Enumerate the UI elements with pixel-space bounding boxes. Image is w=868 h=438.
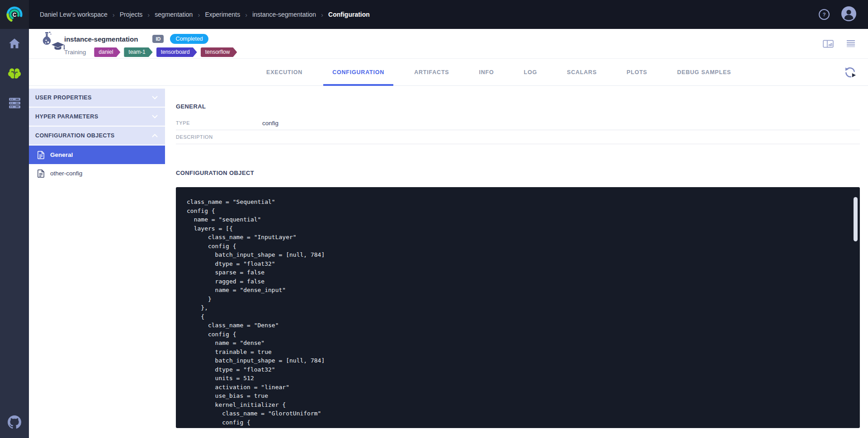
tab-scalars[interactable]: SCALARS bbox=[558, 59, 606, 86]
auto-refresh-icon[interactable] bbox=[844, 66, 856, 80]
tab-debug-samples[interactable]: DEBUG SAMPLES bbox=[668, 59, 740, 86]
experiment-title: instance-segmentation bbox=[64, 35, 138, 43]
tab-artifacts[interactable]: ARTIFACTS bbox=[405, 59, 458, 86]
breadcrumb-separator: › bbox=[198, 11, 200, 19]
configuration-object-code: class_name = "Sequential" config { name … bbox=[176, 187, 860, 428]
tab-execution[interactable]: EXECUTION bbox=[257, 59, 311, 86]
status-badge: Completed bbox=[170, 34, 208, 44]
projects-brain-icon[interactable] bbox=[8, 67, 21, 80]
id-badge[interactable]: ID bbox=[152, 35, 164, 43]
breadcrumb-experiments[interactable]: Experiments bbox=[205, 11, 240, 18]
details-panel-toggle-icon[interactable] bbox=[823, 40, 834, 50]
experiment-tab-bar: EXECUTION CONFIGURATION ARTIFACTS INFO L… bbox=[29, 59, 868, 86]
tag-tensorflow[interactable]: tensorflow bbox=[201, 47, 237, 57]
tabs: EXECUTION CONFIGURATION ARTIFACTS INFO L… bbox=[257, 59, 740, 86]
description-label: DESCRIPTION bbox=[176, 134, 262, 140]
configuration-main-content: GENERAL TYPE config DESCRIPTION CONFIGUR… bbox=[165, 86, 868, 438]
svg-text:?: ? bbox=[823, 12, 826, 17]
tab-configuration[interactable]: CONFIGURATION bbox=[323, 59, 393, 86]
breadcrumb-current-page: Configuration bbox=[328, 11, 370, 18]
breadcrumb: Daniel Lew's workspace › Projects › segm… bbox=[40, 11, 370, 19]
general-section-heading: GENERAL bbox=[176, 103, 860, 110]
tab-log[interactable]: LOG bbox=[515, 59, 546, 86]
user-avatar-icon bbox=[841, 6, 856, 21]
breadcrumb-separator: › bbox=[113, 11, 115, 19]
clearml-logo-icon: C bbox=[5, 5, 24, 24]
divider bbox=[176, 144, 860, 144]
breadcrumb-separator: › bbox=[147, 11, 150, 19]
experiment-type-label: Training bbox=[64, 49, 86, 56]
training-experiment-icon bbox=[40, 31, 65, 57]
avatar[interactable] bbox=[841, 6, 856, 23]
breadcrumb-projects[interactable]: Projects bbox=[120, 11, 143, 18]
document-icon bbox=[38, 170, 44, 178]
description-row: DESCRIPTION bbox=[176, 130, 860, 144]
chevron-up-icon bbox=[152, 132, 158, 139]
topbar-actions: ? bbox=[819, 6, 856, 23]
breadcrumb-project[interactable]: segmentation bbox=[155, 11, 193, 18]
split-panel-glyph bbox=[823, 40, 834, 48]
configuration-object-viewer: class_name = "Sequential" config { name … bbox=[176, 187, 860, 428]
header-action-icons bbox=[823, 40, 855, 50]
config-object-item-label: General bbox=[50, 151, 73, 158]
top-bar: C Daniel Lew's workspace › Projects › se… bbox=[0, 0, 868, 29]
tag-daniel[interactable]: daniel bbox=[94, 47, 120, 57]
flask-graduation-glyph bbox=[40, 31, 65, 56]
workers-queues-icon[interactable] bbox=[8, 97, 21, 109]
panel-section-hyper-parameters[interactable]: HYPER PARAMETERS bbox=[29, 108, 165, 126]
breadcrumb-experiment[interactable]: instance-segmentation bbox=[252, 11, 316, 18]
configuration-object-heading: CONFIGURATION OBJECT bbox=[176, 170, 860, 176]
brain-glyph bbox=[8, 67, 21, 80]
type-value: config bbox=[262, 120, 278, 127]
home-glyph bbox=[9, 38, 20, 49]
hamburger-menu-icon[interactable] bbox=[846, 40, 855, 50]
github-glyph bbox=[8, 415, 21, 429]
config-object-item-other-config[interactable]: other-config bbox=[29, 164, 165, 183]
panel-section-user-properties[interactable]: USER PROPERTIES bbox=[29, 89, 165, 107]
help-icon[interactable]: ? bbox=[819, 9, 830, 20]
experiment-tags-row: Training daniel team-1 tensorboard tenso… bbox=[64, 47, 237, 57]
servers-glyph bbox=[9, 98, 20, 108]
menu-lines-glyph bbox=[846, 40, 855, 47]
config-object-item-label: other-config bbox=[50, 170, 82, 177]
tab-info[interactable]: INFO bbox=[470, 59, 503, 86]
experiment-header: instance-segmentation ID Completed Train… bbox=[29, 29, 868, 59]
tab-plots[interactable]: PLOTS bbox=[618, 59, 656, 86]
chevron-down-icon bbox=[152, 113, 158, 120]
type-row: TYPE config bbox=[176, 116, 860, 130]
home-icon[interactable] bbox=[8, 37, 21, 50]
tag-tensorboard[interactable]: tensorboard bbox=[156, 47, 197, 57]
breadcrumb-workspace[interactable]: Daniel Lew's workspace bbox=[40, 11, 108, 18]
app-sidebar bbox=[0, 29, 29, 438]
code-scrollbar-thumb[interactable] bbox=[854, 197, 858, 241]
refresh-arrows-glyph bbox=[844, 66, 856, 78]
chevron-down-icon bbox=[152, 94, 158, 101]
clearml-logo[interactable]: C bbox=[0, 0, 29, 29]
config-object-item-general[interactable]: General bbox=[29, 146, 165, 164]
svg-text:C: C bbox=[13, 12, 17, 18]
configuration-side-panel: USER PROPERTIES HYPER PARAMETERS CONFIGU… bbox=[29, 86, 165, 438]
document-icon bbox=[38, 151, 44, 159]
tag-team-1[interactable]: team-1 bbox=[124, 47, 152, 57]
github-icon[interactable] bbox=[8, 415, 21, 431]
type-label: TYPE bbox=[176, 120, 262, 126]
panel-section-configuration-objects[interactable]: CONFIGURATION OBJECTS bbox=[29, 127, 165, 145]
breadcrumb-separator: › bbox=[245, 11, 247, 19]
experiment-title-row: instance-segmentation ID Completed bbox=[64, 34, 208, 44]
breadcrumb-separator: › bbox=[321, 11, 323, 19]
question-mark-glyph: ? bbox=[821, 12, 827, 17]
